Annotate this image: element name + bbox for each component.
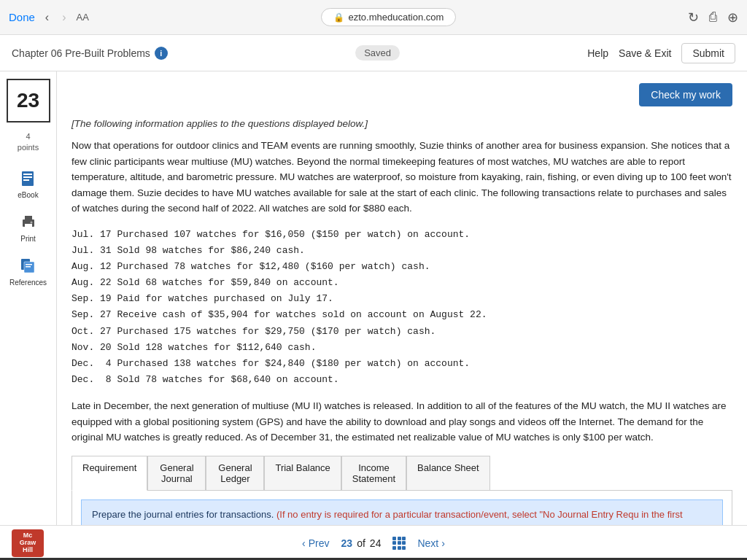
points-label: points — [18, 142, 39, 153]
browser-bar: Done ‹ › AA 🔒 ezto.mheducation.com ↻ ⎙ ⊕ — [0, 0, 747, 35]
app-header: Chapter 06 Pre-Built Problems i Saved He… — [0, 35, 747, 71]
body-text: Now that operations for outdoor clinics … — [71, 138, 732, 217]
ebook-button[interactable]: eBook — [15, 164, 41, 203]
svg-rect-2 — [23, 176, 32, 178]
content-area: Check my work [The following information… — [57, 71, 747, 525]
text-size-button[interactable]: AA — [77, 12, 89, 23]
browser-nav-left: Done ‹ › AA — [9, 9, 89, 26]
svg-rect-11 — [26, 266, 31, 268]
check-work-button[interactable]: Check my work — [639, 83, 732, 106]
tab-general-journal[interactable]: GeneralJournal — [147, 456, 206, 490]
intro-text: [The following information applies to th… — [71, 118, 732, 129]
total-pages: 24 — [370, 537, 382, 549]
back-button[interactable]: ‹ — [42, 9, 52, 26]
refresh-button[interactable]: ↻ — [688, 9, 699, 26]
tab-trial-balance[interactable]: Trial Balance — [264, 456, 341, 490]
prev-chevron-icon: ‹ — [302, 537, 306, 549]
bottom-nav: Mc Graw Hill ‹ Prev 23 of 24 Next › — [0, 525, 747, 560]
saved-badge: Saved — [355, 45, 400, 61]
transaction-row: Dec. 8 Sold 78 watches for $68,640 on ac… — [71, 372, 732, 388]
svg-rect-3 — [23, 179, 29, 181]
tab-requirement[interactable]: Requirement — [71, 456, 147, 491]
svg-rect-5 — [25, 216, 32, 220]
question-number-box: 23 — [7, 79, 50, 122]
tab-income-statement[interactable]: IncomeStatement — [341, 456, 406, 490]
sidebar: 23 4 points eBook — [0, 71, 57, 525]
transaction-row: Jul. 31 Sold 98 watches for $86,240 cash… — [71, 243, 732, 259]
of-label: of — [357, 537, 365, 549]
prev-button[interactable]: ‹ Prev — [302, 537, 329, 549]
instruction-bar: Prepare the journal entries for transact… — [81, 499, 723, 525]
url-text: ezto.mheducation.com — [349, 12, 444, 23]
tabs-container: Requirement GeneralJournal GeneralLedger… — [71, 456, 732, 491]
chapter-title: Chapter 06 Pre-Built Problems — [12, 47, 150, 59]
points-display: 4 points — [18, 131, 39, 154]
transaction-row: Dec. 4 Purchased 138 watches for $24,840… — [71, 356, 732, 372]
references-icon — [18, 256, 38, 276]
header-actions: Help Save & Exit Submit — [587, 43, 735, 63]
tab-general-ledger[interactable]: GeneralLedger — [206, 456, 264, 490]
tab-balance-sheet[interactable]: Balance Sheet — [406, 456, 490, 490]
ebook-label: eBook — [18, 191, 38, 199]
main-content: 23 4 points eBook — [0, 71, 747, 525]
info-icon[interactable]: i — [155, 47, 168, 60]
instruction-normal-text: Prepare the journal entries for transact… — [92, 509, 274, 520]
forward-button[interactable]: › — [59, 9, 69, 26]
tab-content-area: Prepare the journal entries for transact… — [71, 491, 732, 525]
lock-icon: 🔒 — [333, 12, 344, 23]
transaction-row: Jul. 17 Purchased 107 watches for $16,05… — [71, 227, 732, 243]
save-exit-button[interactable]: Save & Exit — [619, 47, 671, 59]
transaction-row: Oct. 27 Purchased 175 watches for $29,75… — [71, 324, 732, 340]
question-number: 23 — [17, 89, 39, 112]
bookmark-button[interactable]: ⊕ — [727, 9, 738, 26]
transaction-row: Nov. 20 Sold 128 watches for $112,640 ca… — [71, 340, 732, 356]
transaction-row: Sep. 27 Receive cash of $35,904 for watc… — [71, 307, 732, 323]
transaction-row: Aug. 12 Purchased 78 watches for $12,480… — [71, 259, 732, 275]
print-label: Print — [20, 235, 36, 243]
mcgraw-hill-logo: Mc Graw Hill — [12, 529, 44, 557]
next-chevron-icon: › — [441, 537, 445, 549]
references-label: References — [9, 279, 47, 287]
browser-actions: ↻ ⎙ ⊕ — [688, 9, 738, 26]
ebook-icon — [18, 168, 38, 189]
done-button[interactable]: Done — [9, 11, 35, 23]
transactions-list: Jul. 17 Purchased 107 watches for $16,05… — [71, 227, 732, 388]
submit-button[interactable]: Submit — [681, 43, 735, 63]
svg-rect-6 — [25, 224, 32, 228]
references-button[interactable]: References — [7, 252, 50, 291]
transaction-row: Sep. 19 Paid for watches purchased on Ju… — [71, 291, 732, 307]
print-icon — [18, 212, 39, 233]
app-title-area: Chapter 06 Pre-Built Problems i — [12, 47, 168, 60]
next-label: Next — [417, 537, 438, 549]
share-button[interactable]: ⎙ — [709, 9, 717, 25]
next-button[interactable]: Next › — [417, 537, 444, 549]
svg-rect-10 — [26, 264, 32, 265]
svg-point-7 — [30, 221, 32, 223]
svg-rect-1 — [23, 174, 32, 175]
page-indicator: 23 of 24 — [341, 537, 382, 549]
closing-text: Late in December, the next generation of… — [71, 398, 732, 446]
help-button[interactable]: Help — [587, 47, 608, 59]
prev-label: Prev — [309, 537, 330, 549]
transaction-row: Aug. 22 Sold 68 watches for $59,840 on a… — [71, 275, 732, 291]
print-button[interactable]: Print — [15, 208, 42, 247]
points-value: 4 — [18, 131, 39, 142]
grid-view-icon[interactable] — [392, 537, 406, 550]
current-page: 23 — [341, 537, 353, 549]
url-bar[interactable]: 🔒 ezto.mheducation.com — [321, 8, 457, 26]
